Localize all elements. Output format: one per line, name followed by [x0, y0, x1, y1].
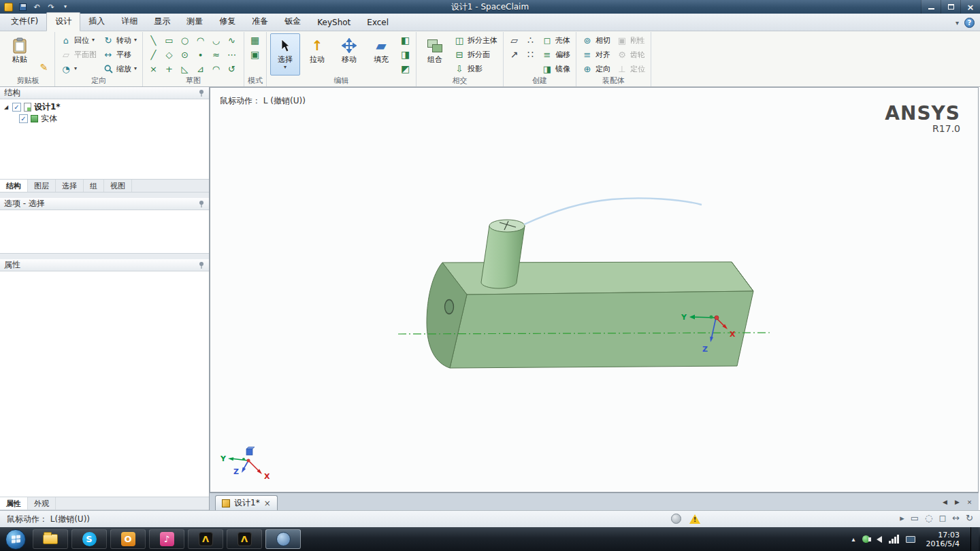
- redo-button[interactable]: ↷: [46, 2, 56, 12]
- point-pattern-button[interactable]: ∷: [523, 48, 538, 61]
- tab-excel[interactable]: Excel: [359, 15, 397, 31]
- help-button[interactable]: ?: [964, 18, 975, 28]
- sphere-status-icon[interactable]: [671, 514, 681, 524]
- scroll-right-icon[interactable]: ▶: [952, 497, 962, 507]
- design-label[interactable]: 设计1*: [34, 103, 61, 112]
- orbit-button[interactable]: ◔ ▾: [59, 62, 99, 76]
- tab-design[interactable]: 设计: [46, 12, 80, 31]
- tab-detail[interactable]: 详细: [113, 13, 146, 31]
- pan-button[interactable]: ↔ 平移: [101, 48, 139, 61]
- sketch-chamfer-button[interactable]: ⊿: [193, 62, 208, 76]
- tangent-button[interactable]: ⊚ 相切: [580, 33, 612, 47]
- close-tab-icon[interactable]: ×: [964, 497, 975, 507]
- pull-button[interactable]: ↑ 拉动: [302, 33, 332, 76]
- plan-view-button[interactable]: ▱ 平面图: [59, 48, 99, 61]
- close-button[interactable]: ×: [960, 0, 980, 14]
- tree-item-design[interactable]: ◢ ✓ 设计1*: [3, 101, 206, 113]
- rigid-button[interactable]: ▣ 刚性: [615, 33, 647, 47]
- fill-button[interactable]: ▰ 填充: [366, 33, 396, 76]
- taskbar-ansys-button-2[interactable]: Λ: [227, 529, 262, 549]
- solid-checkbox[interactable]: ✓: [19, 114, 28, 123]
- show-desktop-button[interactable]: [970, 527, 979, 551]
- taskbar-ansys-button-1[interactable]: Λ: [188, 529, 223, 549]
- tab-file[interactable]: 文件(F): [3, 13, 46, 31]
- combine-button[interactable]: 组合: [420, 33, 450, 76]
- edit-extra-1-button[interactable]: ◧: [398, 33, 412, 47]
- tray-expand-icon[interactable]: ▴: [852, 535, 855, 543]
- sketch-line-button[interactable]: ╲: [146, 33, 161, 47]
- rotate-tool-icon[interactable]: ↻: [966, 513, 973, 523]
- home-view-button[interactable]: ⌂ 回位 ▾: [59, 33, 99, 47]
- sketch-arc-button[interactable]: ◠: [193, 33, 208, 47]
- qat-customize-button[interactable]: ▾: [61, 2, 70, 12]
- zoom-fit-icon[interactable]: ◻: [938, 513, 946, 523]
- align-button[interactable]: ≡ 对齐: [580, 48, 612, 61]
- taskbar-spaceclaim-button[interactable]: [265, 529, 301, 549]
- tab-display[interactable]: 显示: [146, 13, 178, 31]
- paste-button[interactable]: 粘贴: [5, 33, 35, 76]
- 3d-scene[interactable]: Y X Z Y X Z: [210, 88, 979, 492]
- tab-prepare[interactable]: 准备: [244, 13, 276, 31]
- sketch-fillet-button[interactable]: ◠: [209, 62, 223, 76]
- pin-icon[interactable]: [198, 261, 205, 269]
- warning-icon[interactable]: !: [689, 514, 700, 524]
- solid-label[interactable]: 实体: [41, 114, 57, 123]
- restore-button[interactable]: [941, 0, 960, 14]
- sketch-extend-button[interactable]: +: [162, 62, 176, 76]
- offset-button[interactable]: ≡ 偏移: [540, 48, 572, 61]
- volume-icon[interactable]: [877, 536, 882, 543]
- sketch-rectangle-button[interactable]: ▭: [162, 33, 176, 47]
- panel-tab-selection[interactable]: 选择: [56, 180, 84, 192]
- sketch-ellipse-button[interactable]: ◇: [162, 48, 176, 61]
- taskbar-skype-button[interactable]: S: [71, 529, 107, 549]
- tab-repair[interactable]: 修复: [211, 13, 244, 31]
- pin-icon[interactable]: [198, 89, 205, 97]
- edit-extra-3-button[interactable]: ◩: [398, 62, 412, 76]
- save-button[interactable]: [18, 2, 27, 12]
- minimize-ribbon-icon[interactable]: ▾: [956, 19, 959, 27]
- plane-button[interactable]: ▱: [507, 33, 521, 47]
- gears-button[interactable]: ⚙ 齿轮: [615, 48, 647, 61]
- taskbar-media-button[interactable]: ♪: [149, 529, 184, 549]
- move-button[interactable]: 移动: [334, 33, 364, 76]
- sketch-trim-button[interactable]: ×: [146, 62, 161, 76]
- design-viewport[interactable]: Y X Z Y X Z: [210, 87, 979, 492]
- scroll-left-icon[interactable]: ◀: [940, 497, 950, 507]
- spline-curve[interactable]: [524, 198, 702, 224]
- app-icon[interactable]: [4, 3, 13, 12]
- sketch-bend-button[interactable]: ↺: [225, 62, 239, 76]
- sketch-spline-button[interactable]: ∿: [225, 33, 239, 47]
- sketch-circle-button[interactable]: ○: [178, 33, 192, 47]
- tab-insert[interactable]: 插入: [80, 13, 113, 31]
- lasso-select-icon[interactable]: ◌: [925, 513, 932, 523]
- format-brush-button[interactable]: ✎: [37, 61, 51, 74]
- document-close-icon[interactable]: ×: [264, 499, 271, 507]
- pan-tool-icon[interactable]: ↔: [952, 513, 960, 523]
- sketch-mode-button[interactable]: ▦: [248, 33, 262, 47]
- shell-button[interactable]: ◻ 壳体: [540, 33, 572, 47]
- expander-icon[interactable]: ◢: [3, 104, 10, 110]
- origin-button[interactable]: ∴: [523, 33, 538, 47]
- tab-measure[interactable]: 测量: [178, 13, 211, 31]
- edit-extra-2-button[interactable]: ◨: [398, 48, 412, 61]
- select-button[interactable]: 选择 ▾: [270, 33, 300, 76]
- panel-tab-groups[interactable]: 组: [84, 180, 104, 192]
- mirror-button[interactable]: ◨ 镜像: [540, 62, 572, 76]
- box-select-icon[interactable]: ▭: [911, 513, 919, 523]
- performance-meter-icon[interactable]: [889, 535, 899, 544]
- taskbar-explorer-button[interactable]: [33, 529, 68, 549]
- minimize-button[interactable]: [921, 0, 941, 14]
- tab-keyshot[interactable]: KeyShot: [309, 15, 359, 31]
- pin-icon[interactable]: [198, 200, 205, 208]
- axis-button[interactable]: ↗: [507, 48, 521, 61]
- split-body-button[interactable]: ◫ 拆分主体: [452, 33, 500, 47]
- sketch-corner-button[interactable]: ◺: [178, 62, 192, 76]
- taskbar-outlook-button[interactable]: O: [110, 529, 146, 549]
- tree-item-solid[interactable]: ✓ 实体: [3, 113, 206, 124]
- split-face-button[interactable]: ⊟ 拆分面: [452, 48, 500, 61]
- panel-tab-layers[interactable]: 图层: [28, 180, 56, 192]
- anchor-button[interactable]: ⊥ 定位: [615, 62, 647, 76]
- undo-button[interactable]: ↶: [32, 2, 42, 12]
- zoom-button[interactable]: 缩放 ▾: [101, 62, 139, 76]
- panel-tab-views[interactable]: 视图: [104, 180, 132, 192]
